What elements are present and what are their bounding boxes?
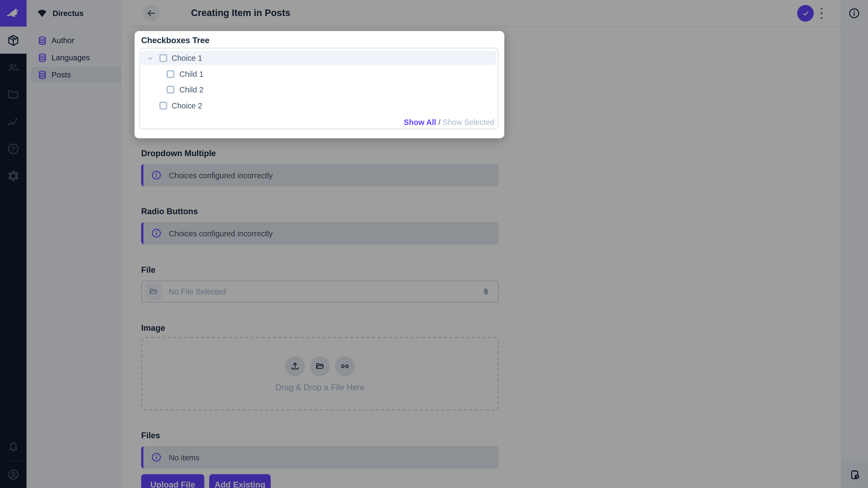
checkbox-choice-1[interactable]: [159, 54, 167, 62]
show-all-link[interactable]: Show All: [404, 118, 436, 127]
show-selected-link[interactable]: Show Selected: [442, 118, 494, 127]
app-window: ? Directus Author: [0, 0, 868, 488]
tree-item-label: Choice 1: [172, 51, 202, 65]
checkbox-choice-2[interactable]: [159, 101, 167, 109]
chevron-down-icon[interactable]: [147, 55, 154, 62]
checkboxes-tree-dropdown: Checkboxes Tree Choice 1 Child 1 Child 2…: [134, 31, 504, 138]
footer-separator: /: [438, 118, 442, 127]
checkbox-child-1[interactable]: [166, 70, 174, 78]
checkbox-child-2[interactable]: [166, 86, 174, 93]
tree-item-label: Child 2: [179, 82, 204, 97]
tree-item-label: Choice 2: [172, 98, 202, 113]
field-label-checkboxes-tree: Checkboxes Tree: [141, 33, 209, 48]
tree-footer: Show All / Show Selected: [404, 115, 494, 129]
tree-item-label: Child 1: [179, 67, 204, 81]
